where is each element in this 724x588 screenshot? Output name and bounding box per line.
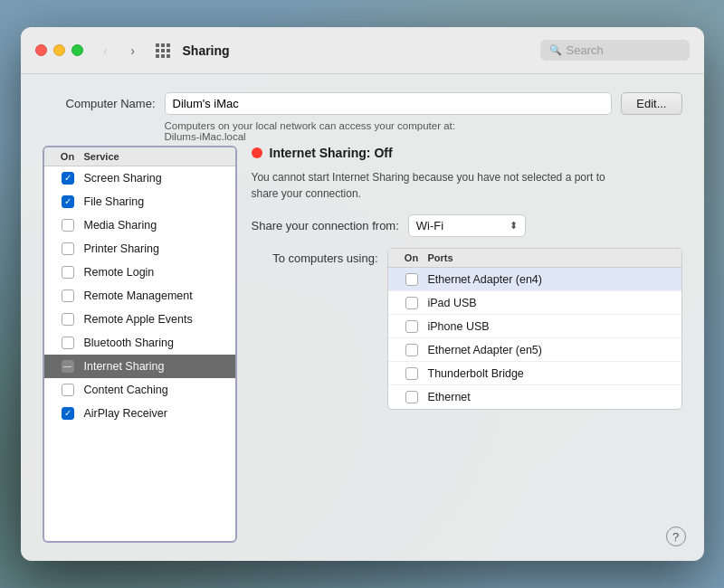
port-item-thunderbolt-bridge[interactable]: Thunderbolt Bridge — [388, 362, 681, 385]
service-item-file-sharing[interactable]: File Sharing — [44, 190, 235, 213]
nav-buttons: ‹ › — [94, 41, 145, 61]
search-icon: 🔍 — [549, 44, 562, 56]
services-panel: On Service Screen Sharing File Sharing M… — [43, 146, 237, 543]
checkbox-cell-remote-management — [52, 289, 84, 302]
port-checkbox-cell-ethernet-en4 — [395, 273, 428, 286]
grid-dot — [156, 54, 159, 58]
checkbox-cell-remote-login — [52, 266, 84, 279]
port-checkbox-cell-ipad-usb — [395, 297, 428, 309]
preferences-window: ‹ › Sharing 🔍 Computer Name: — [21, 27, 704, 561]
port-item-ethernet-en4[interactable]: Ethernet Adapter (en4) — [388, 268, 681, 291]
checkbox-printer-sharing[interactable] — [62, 242, 74, 255]
service-item-printer-sharing[interactable]: Printer Sharing — [44, 237, 235, 261]
service-item-internet-sharing[interactable]: Internet Sharing — [44, 355, 235, 378]
port-checkbox-iphone-usb[interactable] — [405, 320, 418, 333]
checkbox-content-caching[interactable] — [62, 384, 74, 396]
minimize-button[interactable] — [53, 44, 65, 56]
share-from-dropdown[interactable]: Wi-Fi ⬍ — [408, 214, 526, 237]
checkbox-internet-sharing[interactable] — [62, 360, 74, 373]
service-item-media-sharing[interactable]: Media Sharing — [44, 213, 235, 237]
service-name-printer-sharing: Printer Sharing — [84, 242, 159, 255]
port-checkbox-ethernet-en5[interactable] — [405, 344, 418, 356]
maximize-button[interactable] — [71, 44, 83, 56]
content-area: Computer Name: Edit... Computers on your… — [21, 74, 704, 561]
port-item-iphone-usb[interactable]: iPhone USB — [388, 315, 681, 338]
service-item-airplay-receiver[interactable]: AirPlay Receiver — [44, 402, 235, 425]
share-from-label: Share your connection from: — [252, 219, 399, 232]
titlebar: ‹ › Sharing 🔍 — [21, 27, 704, 74]
service-name-file-sharing: File Sharing — [84, 195, 145, 208]
checkbox-remote-login[interactable] — [62, 266, 74, 279]
service-item-remote-login[interactable]: Remote Login — [44, 261, 235, 284]
ports-header: On Ports — [388, 249, 681, 268]
port-name-ethernet: Ethernet — [428, 391, 471, 403]
services-list[interactable]: Screen Sharing File Sharing Media Sharin… — [44, 166, 235, 541]
service-item-remote-apple-events[interactable]: Remote Apple Events — [44, 308, 235, 331]
service-item-content-caching[interactable]: Content Caching — [44, 378, 235, 402]
ports-col-on-header: On — [395, 252, 428, 263]
checkbox-cell-printer-sharing — [52, 242, 84, 255]
service-item-bluetooth-sharing[interactable]: Bluetooth Sharing — [44, 331, 235, 355]
ports-list: Ethernet Adapter (en4) iPad USB iPhone U… — [388, 268, 681, 409]
computer-name-section: Computer Name: Edit... Computers on your… — [43, 92, 682, 142]
checkbox-remote-management[interactable] — [62, 289, 74, 302]
grid-icon[interactable] — [156, 43, 170, 58]
checkbox-remote-apple-events[interactable] — [62, 313, 74, 326]
help-button[interactable]: ? — [666, 526, 686, 546]
service-name-bluetooth-sharing: Bluetooth Sharing — [84, 337, 174, 349]
checkbox-bluetooth-sharing[interactable] — [62, 337, 74, 349]
service-name-airplay-receiver: AirPlay Receiver — [84, 407, 167, 420]
checkbox-cell-internet-sharing — [52, 360, 84, 373]
port-name-thunderbolt-bridge: Thunderbolt Bridge — [428, 367, 524, 380]
status-title: Internet Sharing: Off — [270, 146, 393, 160]
close-button[interactable] — [35, 44, 47, 56]
local-address-text: Computers on your local network can acce… — [165, 120, 682, 142]
service-name-content-caching: Content Caching — [84, 384, 168, 396]
right-panel: Internet Sharing: Off You cannot start I… — [252, 146, 682, 543]
port-name-ethernet-en4: Ethernet Adapter (en4) — [428, 273, 542, 286]
ports-table: On Ports Ethernet Adapter (en4) iPad USB… — [387, 248, 682, 410]
local-domain: Dilums-iMac.local — [165, 131, 246, 142]
port-checkbox-ethernet-en4[interactable] — [405, 273, 418, 286]
search-input[interactable] — [567, 43, 681, 57]
checkbox-cell-screen-sharing — [52, 172, 84, 185]
services-header: On Service — [44, 147, 235, 166]
service-item-remote-management[interactable]: Remote Management — [44, 284, 235, 308]
back-button[interactable]: ‹ — [94, 41, 118, 61]
port-item-ethernet-en5[interactable]: Ethernet Adapter (en5) — [388, 338, 681, 362]
port-name-iphone-usb: iPhone USB — [428, 320, 490, 333]
service-name-internet-sharing: Internet Sharing — [84, 360, 165, 373]
checkbox-airplay-receiver[interactable] — [62, 407, 74, 420]
computer-name-right: Edit... Computers on your local network … — [165, 92, 682, 142]
service-item-screen-sharing[interactable]: Screen Sharing — [44, 166, 235, 190]
to-computers-label: To computers using: — [252, 248, 378, 265]
port-item-ethernet[interactable]: Ethernet — [388, 385, 681, 409]
service-name-screen-sharing: Screen Sharing — [84, 172, 162, 185]
checkbox-screen-sharing[interactable] — [62, 172, 74, 185]
computer-name-label: Computer Name: — [43, 92, 156, 110]
port-checkbox-cell-ethernet — [395, 391, 428, 403]
checkbox-media-sharing[interactable] — [62, 219, 74, 232]
computer-name-input-row: Edit... — [165, 92, 682, 115]
grid-dot — [161, 43, 165, 47]
col-service-header: Service — [84, 151, 119, 162]
to-computers-row: To computers using: On Ports Ethernet Ad… — [252, 248, 682, 410]
checkbox-cell-content-caching — [52, 384, 84, 396]
service-name-remote-login: Remote Login — [84, 266, 155, 279]
traffic-lights — [35, 44, 83, 56]
grid-dot — [161, 49, 165, 52]
forward-button[interactable]: › — [121, 41, 145, 61]
search-box[interactable]: 🔍 — [540, 40, 690, 61]
port-checkbox-thunderbolt-bridge[interactable] — [405, 367, 418, 380]
computer-name-input[interactable] — [165, 92, 613, 115]
edit-button[interactable]: Edit... — [621, 92, 681, 115]
share-from-value: Wi-Fi — [416, 219, 443, 232]
ports-col-name-header: Ports — [428, 252, 453, 263]
port-checkbox-ipad-usb[interactable] — [405, 297, 418, 309]
grid-dot — [167, 54, 170, 58]
port-item-ipad-usb[interactable]: iPad USB — [388, 291, 681, 315]
checkbox-file-sharing[interactable] — [62, 195, 74, 208]
port-checkbox-ethernet[interactable] — [405, 391, 418, 403]
status-indicator — [252, 147, 262, 158]
share-from-row: Share your connection from: Wi-Fi ⬍ — [252, 214, 682, 237]
